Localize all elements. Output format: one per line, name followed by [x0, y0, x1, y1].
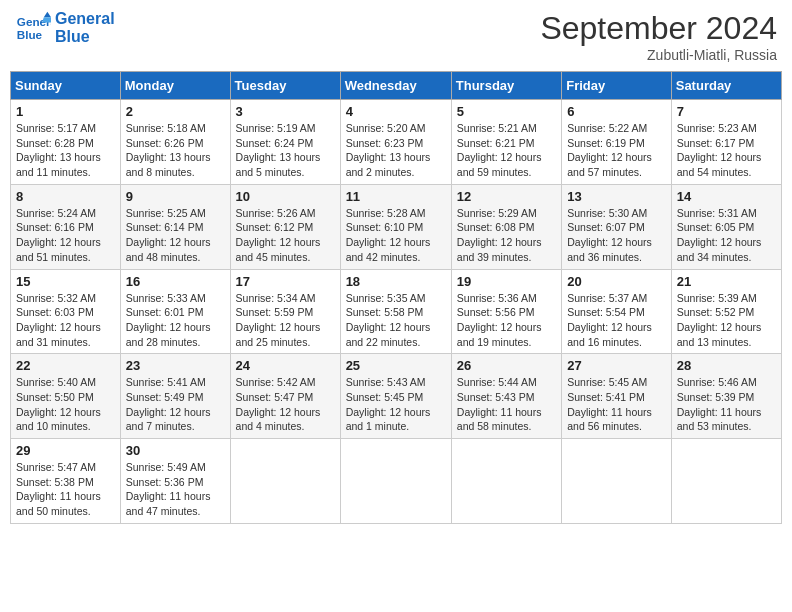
- calendar-cell: [671, 439, 781, 524]
- day-number: 25: [346, 358, 446, 373]
- calendar-week-row: 22Sunrise: 5:40 AM Sunset: 5:50 PM Dayli…: [11, 354, 782, 439]
- day-number: 22: [16, 358, 115, 373]
- day-number: 2: [126, 104, 225, 119]
- day-detail: Sunrise: 5:40 AM Sunset: 5:50 PM Dayligh…: [16, 375, 115, 434]
- calendar-cell: 4Sunrise: 5:20 AM Sunset: 6:23 PM Daylig…: [340, 100, 451, 185]
- calendar-cell: 1Sunrise: 5:17 AM Sunset: 6:28 PM Daylig…: [11, 100, 121, 185]
- day-number: 26: [457, 358, 556, 373]
- col-header-friday: Friday: [562, 72, 672, 100]
- day-number: 29: [16, 443, 115, 458]
- calendar-cell: 6Sunrise: 5:22 AM Sunset: 6:19 PM Daylig…: [562, 100, 672, 185]
- day-number: 6: [567, 104, 666, 119]
- calendar-header-row: SundayMondayTuesdayWednesdayThursdayFrid…: [11, 72, 782, 100]
- day-detail: Sunrise: 5:24 AM Sunset: 6:16 PM Dayligh…: [16, 206, 115, 265]
- calendar-week-row: 8Sunrise: 5:24 AM Sunset: 6:16 PM Daylig…: [11, 184, 782, 269]
- day-detail: Sunrise: 5:29 AM Sunset: 6:08 PM Dayligh…: [457, 206, 556, 265]
- calendar-cell: 19Sunrise: 5:36 AM Sunset: 5:56 PM Dayli…: [451, 269, 561, 354]
- day-number: 7: [677, 104, 776, 119]
- calendar-week-row: 15Sunrise: 5:32 AM Sunset: 6:03 PM Dayli…: [11, 269, 782, 354]
- day-number: 27: [567, 358, 666, 373]
- calendar-cell: 3Sunrise: 5:19 AM Sunset: 6:24 PM Daylig…: [230, 100, 340, 185]
- day-number: 19: [457, 274, 556, 289]
- svg-text:Blue: Blue: [17, 28, 43, 41]
- page-header: General Blue GeneralBlue September 2024 …: [10, 10, 782, 63]
- day-detail: Sunrise: 5:35 AM Sunset: 5:58 PM Dayligh…: [346, 291, 446, 350]
- calendar-cell: 18Sunrise: 5:35 AM Sunset: 5:58 PM Dayli…: [340, 269, 451, 354]
- calendar-week-row: 1Sunrise: 5:17 AM Sunset: 6:28 PM Daylig…: [11, 100, 782, 185]
- calendar-cell: 26Sunrise: 5:44 AM Sunset: 5:43 PM Dayli…: [451, 354, 561, 439]
- title-block: September 2024 Zubutli-Miatli, Russia: [540, 10, 777, 63]
- calendar-cell: 22Sunrise: 5:40 AM Sunset: 5:50 PM Dayli…: [11, 354, 121, 439]
- day-number: 23: [126, 358, 225, 373]
- day-number: 21: [677, 274, 776, 289]
- day-detail: Sunrise: 5:17 AM Sunset: 6:28 PM Dayligh…: [16, 121, 115, 180]
- day-detail: Sunrise: 5:43 AM Sunset: 5:45 PM Dayligh…: [346, 375, 446, 434]
- day-number: 15: [16, 274, 115, 289]
- day-detail: Sunrise: 5:23 AM Sunset: 6:17 PM Dayligh…: [677, 121, 776, 180]
- calendar-cell: 8Sunrise: 5:24 AM Sunset: 6:16 PM Daylig…: [11, 184, 121, 269]
- calendar-cell: 24Sunrise: 5:42 AM Sunset: 5:47 PM Dayli…: [230, 354, 340, 439]
- day-number: 4: [346, 104, 446, 119]
- calendar-cell: 15Sunrise: 5:32 AM Sunset: 6:03 PM Dayli…: [11, 269, 121, 354]
- calendar-cell: 27Sunrise: 5:45 AM Sunset: 5:41 PM Dayli…: [562, 354, 672, 439]
- day-number: 3: [236, 104, 335, 119]
- day-detail: Sunrise: 5:32 AM Sunset: 6:03 PM Dayligh…: [16, 291, 115, 350]
- calendar-cell: 7Sunrise: 5:23 AM Sunset: 6:17 PM Daylig…: [671, 100, 781, 185]
- day-detail: Sunrise: 5:37 AM Sunset: 5:54 PM Dayligh…: [567, 291, 666, 350]
- day-number: 20: [567, 274, 666, 289]
- calendar-cell: 5Sunrise: 5:21 AM Sunset: 6:21 PM Daylig…: [451, 100, 561, 185]
- day-detail: Sunrise: 5:19 AM Sunset: 6:24 PM Dayligh…: [236, 121, 335, 180]
- day-detail: Sunrise: 5:46 AM Sunset: 5:39 PM Dayligh…: [677, 375, 776, 434]
- col-header-monday: Monday: [120, 72, 230, 100]
- calendar-cell: [340, 439, 451, 524]
- calendar-cell: 16Sunrise: 5:33 AM Sunset: 6:01 PM Dayli…: [120, 269, 230, 354]
- day-detail: Sunrise: 5:20 AM Sunset: 6:23 PM Dayligh…: [346, 121, 446, 180]
- logo-text: GeneralBlue: [55, 10, 115, 45]
- day-number: 9: [126, 189, 225, 204]
- col-header-saturday: Saturday: [671, 72, 781, 100]
- day-number: 8: [16, 189, 115, 204]
- calendar-cell: 20Sunrise: 5:37 AM Sunset: 5:54 PM Dayli…: [562, 269, 672, 354]
- calendar-cell: 28Sunrise: 5:46 AM Sunset: 5:39 PM Dayli…: [671, 354, 781, 439]
- day-number: 18: [346, 274, 446, 289]
- day-detail: Sunrise: 5:33 AM Sunset: 6:01 PM Dayligh…: [126, 291, 225, 350]
- day-detail: Sunrise: 5:39 AM Sunset: 5:52 PM Dayligh…: [677, 291, 776, 350]
- calendar-cell: [451, 439, 561, 524]
- day-number: 10: [236, 189, 335, 204]
- day-detail: Sunrise: 5:41 AM Sunset: 5:49 PM Dayligh…: [126, 375, 225, 434]
- day-detail: Sunrise: 5:36 AM Sunset: 5:56 PM Dayligh…: [457, 291, 556, 350]
- calendar-week-row: 29Sunrise: 5:47 AM Sunset: 5:38 PM Dayli…: [11, 439, 782, 524]
- location-subtitle: Zubutli-Miatli, Russia: [540, 47, 777, 63]
- calendar-cell: 2Sunrise: 5:18 AM Sunset: 6:26 PM Daylig…: [120, 100, 230, 185]
- day-number: 14: [677, 189, 776, 204]
- day-number: 30: [126, 443, 225, 458]
- day-detail: Sunrise: 5:45 AM Sunset: 5:41 PM Dayligh…: [567, 375, 666, 434]
- month-title: September 2024: [540, 10, 777, 47]
- calendar-cell: 29Sunrise: 5:47 AM Sunset: 5:38 PM Dayli…: [11, 439, 121, 524]
- calendar-table: SundayMondayTuesdayWednesdayThursdayFrid…: [10, 71, 782, 524]
- day-detail: Sunrise: 5:31 AM Sunset: 6:05 PM Dayligh…: [677, 206, 776, 265]
- col-header-thursday: Thursday: [451, 72, 561, 100]
- calendar-cell: [562, 439, 672, 524]
- col-header-tuesday: Tuesday: [230, 72, 340, 100]
- day-detail: Sunrise: 5:21 AM Sunset: 6:21 PM Dayligh…: [457, 121, 556, 180]
- day-detail: Sunrise: 5:44 AM Sunset: 5:43 PM Dayligh…: [457, 375, 556, 434]
- day-number: 16: [126, 274, 225, 289]
- calendar-cell: 25Sunrise: 5:43 AM Sunset: 5:45 PM Dayli…: [340, 354, 451, 439]
- col-header-wednesday: Wednesday: [340, 72, 451, 100]
- day-detail: Sunrise: 5:34 AM Sunset: 5:59 PM Dayligh…: [236, 291, 335, 350]
- calendar-cell: 13Sunrise: 5:30 AM Sunset: 6:07 PM Dayli…: [562, 184, 672, 269]
- logo: General Blue GeneralBlue: [15, 10, 115, 46]
- calendar-cell: 30Sunrise: 5:49 AM Sunset: 5:36 PM Dayli…: [120, 439, 230, 524]
- calendar-cell: 10Sunrise: 5:26 AM Sunset: 6:12 PM Dayli…: [230, 184, 340, 269]
- day-number: 12: [457, 189, 556, 204]
- day-detail: Sunrise: 5:47 AM Sunset: 5:38 PM Dayligh…: [16, 460, 115, 519]
- day-number: 1: [16, 104, 115, 119]
- day-number: 11: [346, 189, 446, 204]
- calendar-cell: 17Sunrise: 5:34 AM Sunset: 5:59 PM Dayli…: [230, 269, 340, 354]
- calendar-cell: 12Sunrise: 5:29 AM Sunset: 6:08 PM Dayli…: [451, 184, 561, 269]
- day-number: 24: [236, 358, 335, 373]
- day-detail: Sunrise: 5:30 AM Sunset: 6:07 PM Dayligh…: [567, 206, 666, 265]
- logo-icon: General Blue: [15, 10, 51, 46]
- day-detail: Sunrise: 5:26 AM Sunset: 6:12 PM Dayligh…: [236, 206, 335, 265]
